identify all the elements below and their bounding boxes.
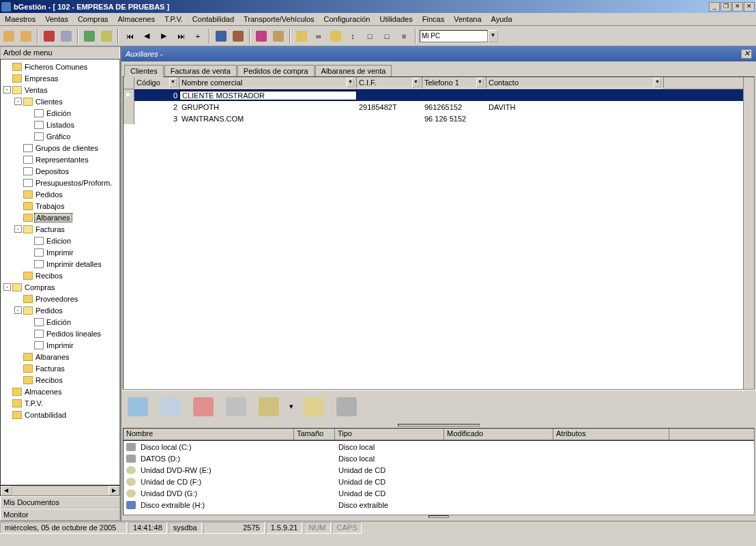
menu-tpv[interactable]: T.P.V.	[160, 14, 188, 25]
menu-compras[interactable]: Compras	[73, 14, 113, 25]
grid-row[interactable]: 2GRUPOTH29185482T961265152DAVITH	[123, 101, 743, 113]
tree-item[interactable]: Edición	[1, 107, 119, 119]
sidebar-monitor-button[interactable]: Monitor	[0, 508, 120, 521]
file-row[interactable]: Disco local (C:)Disco local	[123, 441, 754, 452]
tree-item[interactable]: Representantes	[1, 154, 119, 165]
menu-utilidades[interactable]: Utilidades	[375, 14, 417, 25]
tree-item[interactable]: Presupuestos/Proform.	[1, 177, 119, 188]
tree-item[interactable]: Recibos	[1, 270, 119, 281]
file-row[interactable]: DATOS (D:)Disco local	[123, 452, 754, 464]
tree-item[interactable]: Recibos	[1, 374, 119, 386]
tool-btn-delete[interactable]	[42, 29, 57, 44]
tree-item[interactable]: Listados	[1, 119, 119, 130]
file-row[interactable]: Disco extraíble (H:)Disco extraíble	[123, 499, 754, 511]
action-print[interactable]	[224, 394, 248, 419]
tool-btn-folder[interactable]	[328, 29, 343, 44]
grid-col-header[interactable]: Código▼	[134, 77, 179, 89]
tree-toggle[interactable]	[25, 260, 33, 268]
tree-toggle[interactable]: -	[14, 98, 22, 105]
tree-toggle[interactable]	[25, 330, 33, 337]
tree-item[interactable]: T.P.V.	[1, 397, 119, 409]
tree-toggle[interactable]	[25, 341, 33, 349]
col-filter-drop[interactable]: ▼	[476, 78, 484, 87]
tree-toggle[interactable]	[14, 272, 22, 279]
tree-toggle[interactable]	[14, 353, 22, 360]
action-open[interactable]	[126, 394, 150, 419]
file-col-header[interactable]: Tamaño	[294, 429, 335, 440]
menu-configuracin[interactable]: Configuración	[319, 14, 375, 25]
tree-item[interactable]: Gráfico	[1, 130, 119, 142]
grid-row[interactable]: ▶0CLIENTE MOSTRADOR	[123, 89, 743, 101]
tree-toggle[interactable]: -	[14, 225, 22, 233]
grid-vscroll[interactable]	[743, 77, 754, 389]
tree-toggle[interactable]	[25, 132, 33, 140]
tree-toggle[interactable]	[14, 156, 22, 163]
tree-item[interactable]: Proveedores	[1, 293, 119, 304]
tree-item[interactable]: Edicion	[1, 235, 119, 246]
tool-btn-15[interactable]: □	[362, 29, 377, 44]
tool-btn-print[interactable]	[254, 29, 269, 44]
tool-btn-10[interactable]	[271, 29, 286, 44]
tool-btn-17[interactable]: ≡	[396, 29, 411, 44]
action-search[interactable]	[158, 394, 183, 419]
tree-item[interactable]: Grupos de clientes	[1, 142, 119, 154]
menu-ventas[interactable]: Ventas	[40, 14, 73, 25]
tree-item[interactable]: Almacenes	[1, 386, 119, 397]
tree-toggle[interactable]	[25, 248, 33, 256]
tab-0[interactable]: Clientes	[124, 65, 164, 77]
menu-ayuda[interactable]: Ayuda	[486, 14, 517, 25]
file-row[interactable]: Unidad DVD (G:)Unidad de CD	[123, 487, 754, 499]
file-row[interactable]: Unidad DVD-RW (E:)Unidad de CD	[123, 464, 754, 476]
menu-almacenes[interactable]: Almacenes	[113, 14, 160, 25]
tree-item[interactable]: Albaranes	[1, 351, 119, 362]
tool-btn-2[interactable]	[18, 29, 33, 44]
tool-nav-prev[interactable]: ◀	[139, 29, 154, 44]
tab-1[interactable]: Facturas de venta	[164, 65, 237, 76]
data-grid[interactable]: Código▼Nombre comercial▼C.I.F.▼Telefono …	[123, 76, 755, 390]
action-tools[interactable]	[257, 394, 281, 419]
tree-toggle[interactable]	[14, 214, 22, 221]
tool-btn-12[interactable]: ∞	[311, 29, 326, 44]
grid-col-header[interactable]: Telefono 1▼	[422, 77, 486, 89]
col-filter-drop[interactable]: ▼	[169, 78, 177, 87]
tree-toggle[interactable]	[14, 167, 22, 175]
tree-toggle[interactable]	[14, 190, 22, 198]
grid-col-header[interactable]: C.I.F.▼	[357, 77, 422, 89]
tool-nav-first[interactable]: ⏮	[122, 29, 137, 44]
tree-toggle[interactable]	[3, 74, 11, 82]
tree-item[interactable]: -Pedidos	[1, 304, 119, 316]
tree-toggle[interactable]	[25, 318, 33, 326]
tree-toggle[interactable]	[25, 109, 33, 117]
sidebar-docs-button[interactable]: Mis Documentos	[0, 496, 120, 508]
grid-col-header[interactable]: Nombre comercial▼	[179, 77, 357, 89]
tree-item[interactable]: Imprimir detalles	[1, 258, 119, 270]
tree-item[interactable]: Imprimir	[1, 246, 119, 258]
menu-transportevehculos[interactable]: Transporte/Vehículos	[239, 14, 319, 25]
action-refresh[interactable]	[302, 394, 326, 419]
menu-maestros[interactable]: Maestros	[0, 14, 40, 25]
tree-toggle[interactable]	[3, 399, 11, 407]
menu-tree[interactable]: Ficheros ComunesEmpresas-Ventas-Clientes…	[0, 59, 120, 485]
toolbar-combo-input[interactable]	[420, 30, 488, 42]
tool-btn-refresh[interactable]	[82, 29, 97, 44]
tree-toggle[interactable]	[14, 295, 22, 302]
file-row[interactable]: Unidad de CD (F:)Unidad de CD	[123, 476, 754, 487]
tool-btn-save[interactable]	[214, 29, 229, 44]
tree-toggle[interactable]	[14, 376, 22, 384]
grid-col-header[interactable]: Contacto▼	[486, 77, 664, 89]
tree-toggle[interactable]	[14, 144, 22, 152]
tree-toggle[interactable]	[3, 411, 11, 418]
panel-close-button[interactable]: ✕	[741, 49, 752, 59]
col-filter-drop[interactable]: ▼	[654, 78, 661, 87]
tab-2[interactable]: Pedidos de compra	[237, 65, 315, 76]
tree-item[interactable]: Facturas	[1, 362, 119, 374]
tool-btn-1[interactable]	[1, 29, 16, 44]
tab-3[interactable]: Albaranes de venta	[315, 65, 392, 76]
tree-toggle[interactable]	[14, 179, 22, 186]
tool-btn-16[interactable]: □	[379, 29, 394, 44]
tool-btn-14[interactable]: ↕	[345, 29, 360, 44]
tree-item[interactable]: Edición	[1, 316, 119, 328]
action-config[interactable]	[334, 394, 359, 419]
splitter-2[interactable]	[121, 515, 756, 521]
tree-toggle[interactable]	[14, 364, 22, 372]
